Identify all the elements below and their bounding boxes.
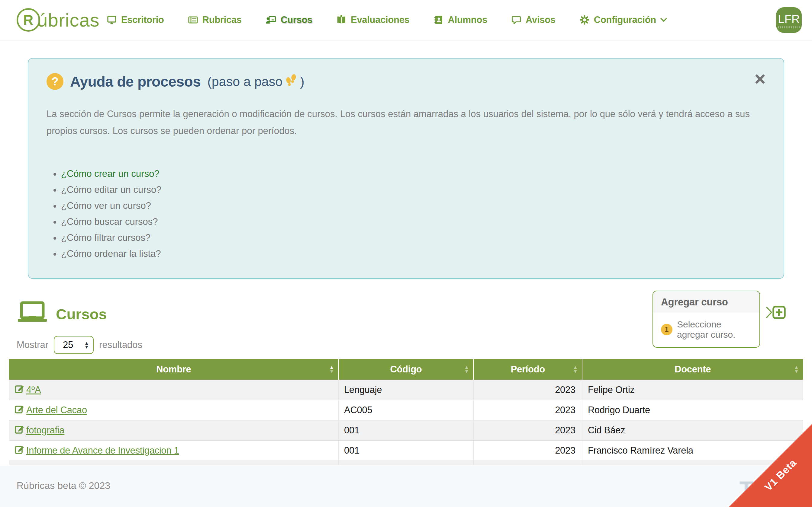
edit-icon[interactable] [14,424,25,437]
help-title: Ayuda de procesos [70,73,201,90]
sort-icon: ▲▼ [464,365,469,374]
copyright-text: Rúbricas beta © 2023 [17,480,110,491]
table-row: Arte del Cacao AC005 2023 Rodrigo Duarte [9,400,803,420]
comment-icon [511,15,522,25]
gear-icon [579,15,590,25]
footprints-icon [284,74,298,89]
logo-ring: R [17,8,40,32]
results-label: resultados [99,339,142,350]
table-row: fotografia 001 2023 Cid Báez [9,420,803,441]
table-header-row: Nombre▲▼ Código▲▼ Período▲▼ Docente▲▼ [9,359,803,380]
column-header-periodo[interactable]: Período▲▼ [473,359,582,380]
desktop-icon [106,15,117,25]
footer: Rúbricas beta © 2023 [0,465,812,507]
popover-body: 1 Seleccione agregar curso. [653,313,759,347]
help-links: ¿Cómo crear un curso? ¿Cómo editar un cu… [47,168,765,259]
help-link-item: ¿Cómo ordenar la lista? [61,248,765,259]
popover-title: Agregar curso [653,291,759,313]
column-header-nombre[interactable]: Nombre▲▼ [9,359,339,380]
step-badge: 1 [661,324,672,335]
help-link-item: ¿Cómo filtrar cursos? [61,232,765,243]
version-ribbon: V1 Beta [721,416,812,507]
select-arrows-icon: ▲▼ [84,341,89,349]
help-link-item: ¿Cómo editar un curso? [61,184,765,195]
sort-icon: ▲▼ [794,365,799,374]
question-icon: ? [47,73,63,90]
add-course-popover: Agregar curso 1 Seleccione agregar curso… [653,291,760,348]
course-link[interactable]: fotografia [26,425,64,436]
user-avatar[interactable]: LFR [776,7,802,33]
help-link-editar[interactable]: ¿Cómo editar un curso? [61,184,162,195]
chevron-down-icon [660,17,667,22]
page-size-row: Mostrar 25 ▲▼ resultados [17,336,142,354]
course-link[interactable]: Arte del Cacao [26,405,87,415]
courses-section-header: Cursos Mostrar 25 ▲▼ resultados [17,301,142,354]
table-row: Informe de Avance de Investigacion 1 001… [9,441,803,461]
edit-icon[interactable] [14,404,25,416]
help-link-crear[interactable]: ¿Cómo crear un curso? [61,168,159,179]
course-board-icon [265,15,277,25]
edit-icon[interactable] [14,384,25,396]
nav-item-rubricas[interactable]: Rubricas [188,14,242,25]
column-header-docente[interactable]: Docente▲▼ [582,359,803,380]
laptop-icon [17,301,48,327]
app-logo[interactable]: Rúbricas [17,7,100,33]
edit-icon[interactable] [14,444,25,457]
main-nav: Escritorio Rubricas Cursos Evaluaciones … [106,0,667,40]
help-subtitle: (paso a paso ) [208,74,305,89]
sort-icon: ▲▼ [573,365,578,374]
nav-item-evaluaciones[interactable]: Evaluaciones [336,14,410,25]
add-course-button[interactable] [772,305,786,319]
help-link-item: ¿Cómo crear un curso? [61,168,765,179]
nav-item-configuracion[interactable]: Configuración [579,14,667,25]
show-label: Mostrar [17,339,48,350]
avatar-initials: LFR [778,13,800,27]
help-link-filtrar[interactable]: ¿Cómo filtrar cursos? [61,232,150,243]
nav-item-escritorio[interactable]: Escritorio [106,14,164,25]
logo-text: úbricas [37,9,100,31]
column-header-codigo[interactable]: Código▲▼ [339,359,474,380]
course-link[interactable]: Informe de Avance de Investigacion 1 [26,445,179,456]
open-book-icon [336,15,347,25]
help-link-ordenar[interactable]: ¿Cómo ordenar la lista? [61,248,161,259]
help-link-item: ¿Cómo buscar cursos? [61,216,765,227]
plus-square-icon [772,316,786,320]
navbar: Rúbricas Escritorio Rubricas Cursos Eval… [0,0,812,41]
table-row: 4ºA Lenguaje 2023 Felipe Ortiz [9,380,803,400]
nav-item-cursos[interactable]: Cursos [265,14,312,25]
course-link[interactable]: 4ºA [26,385,41,395]
help-header: ? Ayuda de procesos (paso a paso ) [47,73,765,90]
page-size-select[interactable]: 25 ▲▼ [54,336,94,354]
popover-pointer-icon [765,306,773,320]
close-icon[interactable] [752,71,768,88]
help-panel: ? Ayuda de procesos (paso a paso ) La se… [28,58,784,279]
nav-item-avisos[interactable]: Avisos [511,14,556,25]
help-link-buscar[interactable]: ¿Cómo buscar cursos? [61,216,158,227]
ribbon-shape [721,416,812,507]
help-link-item: ¿Cómo ver un curso? [61,201,765,211]
page: Rúbricas Escritorio Rubricas Cursos Eval… [0,0,812,507]
address-book-icon [433,15,444,25]
step-text: Seleccione agregar curso. [677,319,752,340]
nav-item-alumnos[interactable]: Alumnos [433,14,488,25]
help-description: La sección de Cursos permite la generaci… [47,106,765,139]
courses-table: Nombre▲▼ Código▲▼ Período▲▼ Docente▲▼ 4º… [9,359,803,481]
rubric-list-icon [188,15,198,25]
help-link-ver[interactable]: ¿Cómo ver un curso? [61,201,151,211]
sort-icon: ▲▼ [329,365,334,374]
page-title: Cursos [17,301,142,327]
